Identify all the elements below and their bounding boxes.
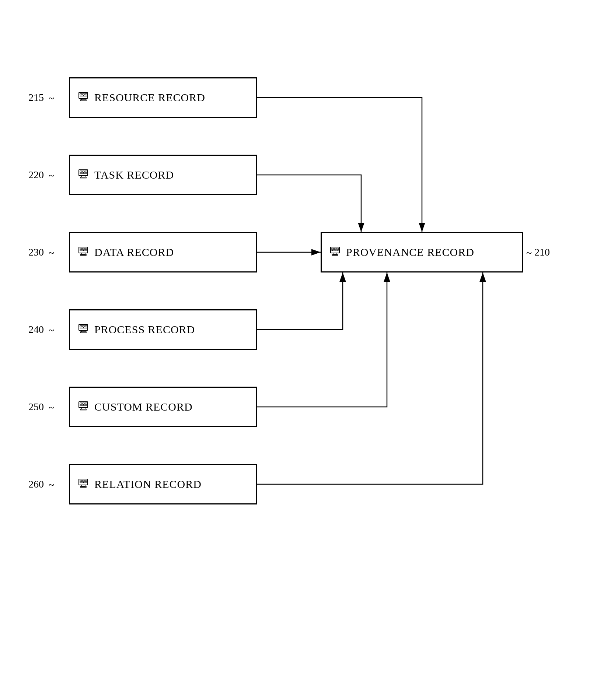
svg-rect-46 <box>85 403 87 404</box>
svg-rect-53 <box>80 486 86 488</box>
svg-rect-45 <box>83 403 84 404</box>
record-label-provenance: PROVENANCE RECORD <box>346 246 474 258</box>
record-label-process: PROCESS RECORD <box>94 323 195 336</box>
ref-label-relation: 260 <box>28 478 44 490</box>
network-icon-process <box>77 323 90 336</box>
record-label-custom: CUSTOM RECORD <box>94 401 193 413</box>
svg-rect-3 <box>80 100 86 101</box>
record-box-process: PROCESS RECORD <box>69 309 257 350</box>
svg-rect-66 <box>337 248 339 250</box>
ref-squiggle-provenance: ~ <box>526 247 532 259</box>
svg-rect-64 <box>332 248 334 250</box>
ref-label-task: 220 <box>28 169 44 181</box>
network-icon-custom <box>77 400 90 414</box>
record-label-data: DATA RECORD <box>94 246 174 258</box>
svg-rect-14 <box>80 171 82 172</box>
ref-label-data: 230 <box>28 246 44 258</box>
svg-rect-34 <box>80 326 82 327</box>
svg-rect-6 <box>85 94 87 95</box>
svg-rect-26 <box>85 248 87 250</box>
ref-squiggle-relation: ~ <box>49 479 54 491</box>
record-box-data: DATA RECORD <box>69 232 257 272</box>
svg-rect-15 <box>83 171 84 172</box>
network-icon-task <box>77 168 90 182</box>
network-icon-data <box>77 246 90 259</box>
svg-rect-56 <box>85 480 87 482</box>
svg-rect-35 <box>83 326 84 327</box>
ref-label-resource: 215 <box>28 92 44 103</box>
svg-rect-25 <box>83 248 84 250</box>
svg-rect-4 <box>80 94 82 95</box>
record-box-resource: RESOURCE RECORD <box>69 77 257 118</box>
svg-rect-24 <box>80 248 82 250</box>
svg-rect-43 <box>80 409 86 410</box>
record-label-relation: RELATION RECORD <box>94 478 202 490</box>
record-label-resource: RESOURCE RECORD <box>94 91 205 104</box>
ref-label-process: 240 <box>28 324 44 335</box>
network-icon-provenance <box>328 246 342 259</box>
svg-rect-44 <box>80 403 82 404</box>
svg-rect-16 <box>85 171 87 172</box>
ref-squiggle-process: ~ <box>49 324 54 336</box>
ref-squiggle-custom: ~ <box>49 402 54 414</box>
svg-rect-63 <box>332 254 338 256</box>
svg-rect-55 <box>83 480 84 482</box>
network-icon-resource <box>77 91 90 104</box>
svg-rect-65 <box>334 248 336 250</box>
record-box-relation: RELATION RECORD <box>69 464 257 504</box>
record-label-task: TASK RECORD <box>94 169 174 181</box>
svg-rect-33 <box>80 332 86 333</box>
svg-rect-13 <box>80 177 86 178</box>
svg-rect-54 <box>80 480 82 482</box>
ref-squiggle-task: ~ <box>49 170 54 182</box>
ref-squiggle-data: ~ <box>49 247 54 259</box>
network-icon-relation <box>77 478 90 491</box>
svg-rect-5 <box>83 94 84 95</box>
record-box-provenance: PROVENANCE RECORD <box>321 232 523 272</box>
ref-label-provenance: 210 <box>534 246 550 258</box>
record-box-custom: CUSTOM RECORD <box>69 387 257 427</box>
ref-squiggle-resource: ~ <box>49 92 54 104</box>
svg-rect-23 <box>80 254 86 256</box>
svg-rect-36 <box>85 326 87 327</box>
record-box-task: TASK RECORD <box>69 155 257 195</box>
ref-label-custom: 250 <box>28 401 44 413</box>
